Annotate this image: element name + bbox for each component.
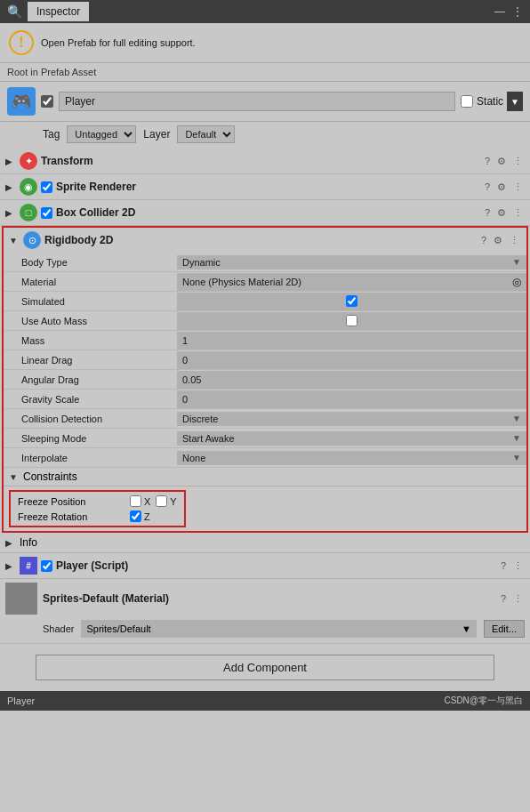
rigidbody-settings-icon[interactable]: ⚙ xyxy=(492,235,504,246)
freeze-box: Freeze Position X Y Freeze Rotation Z xyxy=(9,490,186,527)
object-active-checkbox[interactable] xyxy=(41,95,53,108)
body-type-arrow: ▼ xyxy=(512,257,521,267)
add-component-button[interactable]: Add Component xyxy=(36,655,494,680)
freeze-rot-z-checkbox[interactable] xyxy=(130,511,141,522)
material-help-icon[interactable]: ? xyxy=(499,593,508,604)
static-checkbox[interactable] xyxy=(461,95,473,108)
layer-label: Layer xyxy=(143,128,170,141)
angular-drag-row: Angular Drag xyxy=(4,370,526,390)
script-header[interactable]: ▶ # Player (Script) ? ⋮ xyxy=(0,553,530,578)
script-label: Player (Script) xyxy=(56,559,495,572)
mass-input[interactable] xyxy=(182,335,521,346)
simulated-value xyxy=(177,293,526,310)
collider-expand-arrow[interactable]: ▶ xyxy=(5,208,16,218)
material-value: None (Physics Material 2D) ◎ xyxy=(177,273,526,291)
tag-select[interactable]: Untagged xyxy=(67,125,136,143)
collider-active-checkbox[interactable] xyxy=(41,207,52,219)
info-row[interactable]: ▶ Info xyxy=(0,533,530,553)
edit-shader-button[interactable]: Edit... xyxy=(484,620,525,638)
interpolate-value[interactable]: None ▼ xyxy=(177,451,526,465)
sprite-help-icon[interactable]: ? xyxy=(483,181,492,192)
prefab-bar: Root in Prefab Asset xyxy=(0,63,530,82)
sleeping-mode-row: Sleeping Mode Start Awake ▼ xyxy=(4,429,526,448)
sleeping-mode-arrow: ▼ xyxy=(512,433,521,443)
collider-help-icon[interactable]: ? xyxy=(483,207,492,218)
freeze-pos-x: X xyxy=(130,495,150,507)
collision-detection-value[interactable]: Discrete ▼ xyxy=(177,412,526,426)
rigidbody-header[interactable]: ▼ ⊙ Rigidbody 2D ? ⚙ ⋮ xyxy=(4,228,526,253)
bottom-bar: Player CSDN@零一与黑白 xyxy=(0,691,530,711)
script-active-checkbox[interactable] xyxy=(41,560,52,572)
sprite-renderer-row[interactable]: ▶ ◉ Sprite Renderer ? ⚙ ⋮ xyxy=(0,174,530,200)
script-expand-arrow[interactable]: ▶ xyxy=(5,561,16,571)
object-header: 🎮 Static ▼ xyxy=(0,82,530,122)
layer-select[interactable]: Default xyxy=(177,125,235,143)
transform-help-icon[interactable]: ? xyxy=(483,156,492,166)
collider-more-icon[interactable]: ⋮ xyxy=(511,207,525,219)
info-label: Info xyxy=(20,536,37,549)
material-shader-row: Shader Sprites/Default ▼ Edit... xyxy=(0,618,530,643)
angular-drag-value[interactable] xyxy=(177,371,526,389)
collision-detection-arrow: ▼ xyxy=(512,414,521,423)
warning-text: Open Prefab for full editing support. xyxy=(41,37,196,48)
sleeping-mode-value[interactable]: Start Awake ▼ xyxy=(177,431,526,446)
gravity-scale-value[interactable] xyxy=(177,390,526,408)
sprite-active-checkbox[interactable] xyxy=(41,181,52,193)
box-collider-row[interactable]: ▶ □ Box Collider 2D ? ⚙ ⋮ xyxy=(0,200,530,226)
script-more-icon[interactable]: ⋮ xyxy=(511,560,525,572)
inspector-icon: 🔍 xyxy=(7,4,22,19)
constraints-header[interactable]: ▼ Constraints xyxy=(4,468,526,486)
material-target-icon[interactable]: ◎ xyxy=(512,276,521,288)
sprite-settings-icon[interactable]: ⚙ xyxy=(495,181,508,193)
linear-drag-input[interactable] xyxy=(182,355,521,366)
freeze-rotation-label: Freeze Rotation xyxy=(18,511,124,522)
linear-drag-value[interactable] xyxy=(177,351,526,369)
material-label: Material xyxy=(4,275,177,289)
sprite-more-icon[interactable]: ⋮ xyxy=(511,181,525,193)
transform-more-icon[interactable]: ⋮ xyxy=(511,156,525,167)
script-help-icon[interactable]: ? xyxy=(499,560,508,571)
warning-icon: ! xyxy=(9,30,34,55)
static-dropdown[interactable]: ▼ xyxy=(507,92,523,111)
script-icon: # xyxy=(20,557,37,575)
freeze-pos-y-label: Y xyxy=(170,496,176,507)
body-type-value[interactable]: Dynamic ▼ xyxy=(177,255,526,269)
auto-mass-checkbox[interactable] xyxy=(182,315,521,326)
auto-mass-row: Use Auto Mass xyxy=(4,311,526,331)
auto-mass-label: Use Auto Mass xyxy=(4,314,177,328)
mass-value[interactable] xyxy=(177,332,526,350)
shader-dd-arrow: ▼ xyxy=(462,623,471,634)
freeze-pos-x-checkbox[interactable] xyxy=(130,495,141,507)
collider-icon: □ xyxy=(20,204,37,221)
sprite-expand-arrow[interactable]: ▶ xyxy=(5,182,16,192)
angular-drag-label: Angular Drag xyxy=(4,373,177,387)
rigidbody-more-icon[interactable]: ⋮ xyxy=(508,235,521,246)
script-section: ▶ # Player (Script) ? ⋮ xyxy=(0,553,530,579)
material-header: Sprites-Default (Material) ? ⋮ xyxy=(0,579,530,618)
collider-settings-icon[interactable]: ⚙ xyxy=(495,207,508,219)
transform-expand-arrow[interactable]: ▶ xyxy=(5,157,16,166)
sleeping-mode-label: Sleeping Mode xyxy=(4,431,177,446)
constraints-expand-arrow[interactable]: ▼ xyxy=(9,472,20,482)
minimize-icon[interactable]: — xyxy=(494,5,505,18)
shader-label: Shader xyxy=(43,623,74,634)
transform-component-row[interactable]: ▶ ✦ Transform ? ⚙ ⋮ xyxy=(0,149,530,174)
simulated-checkbox[interactable] xyxy=(182,295,521,307)
freeze-pos-y-checkbox[interactable] xyxy=(156,495,167,507)
more-icon[interactable]: ⋮ xyxy=(512,5,523,18)
rigidbody-help-icon[interactable]: ? xyxy=(479,235,488,245)
info-expand-arrow[interactable]: ▶ xyxy=(5,538,16,548)
angular-drag-input[interactable] xyxy=(182,374,521,385)
object-name-input[interactable] xyxy=(59,92,455,111)
shader-value[interactable]: Sprites/Default ▼ xyxy=(81,620,476,638)
mass-row: Mass xyxy=(4,331,526,350)
freeze-container: Freeze Position X Y Freeze Rotation Z xyxy=(4,486,526,531)
tag-label: Tag xyxy=(43,128,60,141)
material-more-icon[interactable]: ⋮ xyxy=(511,593,525,605)
mass-label: Mass xyxy=(4,334,177,348)
transform-settings-icon[interactable]: ⚙ xyxy=(495,156,508,167)
gravity-scale-input[interactable] xyxy=(182,394,521,405)
rigidbody-expand-arrow[interactable]: ▼ xyxy=(9,236,20,245)
sprite-icon: ◉ xyxy=(20,178,37,196)
inspector-tab[interactable]: Inspector xyxy=(28,2,89,21)
